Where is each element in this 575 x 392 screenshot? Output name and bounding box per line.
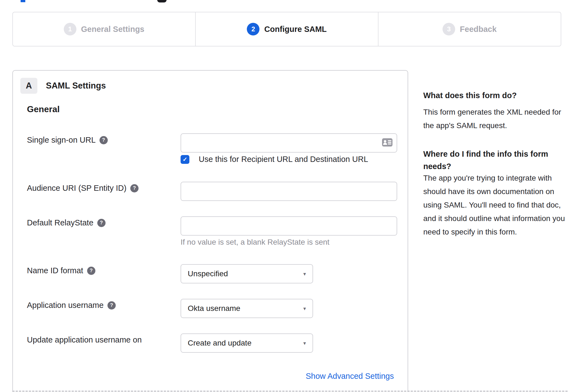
update-username-label: Update application username on	[27, 335, 142, 344]
help-icon[interactable]: ?	[130, 184, 139, 192]
section-a-badge: A	[20, 78, 37, 94]
application-username-select[interactable]: Okta username ▾	[181, 299, 313, 318]
clipped-app-logo-fragment	[157, 0, 167, 2]
application-username-value: Okta username	[188, 304, 303, 313]
audience-uri-label-text: Audience URI (SP Entity ID)	[27, 184, 126, 193]
sso-url-input[interactable]	[181, 133, 397, 153]
use-for-recipient-checkbox[interactable]: ✓	[181, 155, 189, 164]
step-configure-saml[interactable]: 2 Configure SAML	[195, 12, 378, 46]
step-feedback[interactable]: 3 Feedback	[378, 12, 561, 46]
recipient-url-checkbox-label: Use this for Recipient URL and Destinati…	[199, 155, 368, 164]
step-general-settings[interactable]: 1 General Settings	[13, 12, 195, 46]
update-username-value: Create and update	[188, 339, 303, 347]
clipped-blue-element-fragment	[21, 0, 25, 2]
relay-state-label: Default RelayState ?	[27, 218, 106, 227]
name-id-format-label-text: Name ID format	[27, 266, 83, 275]
step-label: Configure SAML	[264, 25, 327, 34]
wizard-stepper: 1 General Settings 2 Configure SAML 3 Fe…	[12, 12, 561, 46]
saml-settings-panel: A SAML Settings General Single sign-on U…	[12, 70, 408, 392]
help-icon[interactable]: ?	[87, 267, 95, 275]
relay-state-hint: If no value is set, a blank RelayState i…	[181, 238, 330, 247]
help-icon[interactable]: ?	[99, 136, 108, 144]
name-id-format-value: Unspecified	[188, 269, 303, 278]
sso-url-label: Single sign-on URL ?	[27, 136, 108, 145]
step-number-badge: 1	[64, 23, 76, 35]
dashed-divider	[12, 391, 568, 392]
name-id-format-label: Name ID format ?	[27, 266, 95, 275]
audience-uri-label: Audience URI (SP Entity ID) ?	[27, 184, 139, 193]
application-username-label-text: Application username	[27, 301, 104, 310]
relay-state-label-text: Default RelayState	[27, 218, 93, 227]
sso-url-label-text: Single sign-on URL	[27, 136, 96, 145]
recipient-url-checkbox-row: ✓ Use this for Recipient URL and Destina…	[181, 155, 368, 164]
update-username-label-text: Update application username on	[27, 335, 142, 344]
sidebar-answer-2: The app you're trying to integrate with …	[423, 171, 572, 239]
sidebar-question-2: Where do I find the info this form needs…	[423, 148, 562, 173]
step-label: Feedback	[460, 25, 497, 34]
application-username-label: Application username ?	[27, 301, 116, 310]
step-number-badge: 3	[443, 23, 455, 35]
panel-title: SAML Settings	[46, 78, 106, 94]
step-label: General Settings	[81, 25, 144, 34]
help-icon[interactable]: ?	[107, 301, 116, 310]
chevron-down-icon: ▾	[303, 340, 306, 346]
contact-card-icon[interactable]	[382, 138, 393, 147]
sidebar-question-1: What does this form do?	[423, 89, 517, 102]
chevron-down-icon: ▾	[303, 271, 306, 277]
step-number-badge: 2	[247, 23, 259, 35]
sidebar-answer-1: This form generates the XML needed for t…	[423, 105, 572, 132]
show-advanced-settings-link[interactable]: Show Advanced Settings	[306, 372, 394, 381]
configure-saml-page: 1 General Settings 2 Configure SAML 3 Fe…	[0, 0, 575, 392]
relay-state-input[interactable]	[181, 216, 397, 236]
general-heading: General	[27, 104, 60, 114]
update-username-select[interactable]: Create and update ▾	[181, 333, 313, 353]
chevron-down-icon: ▾	[303, 305, 306, 312]
help-icon[interactable]: ?	[97, 219, 106, 227]
name-id-format-select[interactable]: Unspecified ▾	[181, 264, 313, 283]
sso-url-input-wrap	[181, 133, 397, 153]
audience-uri-input[interactable]	[181, 182, 397, 201]
